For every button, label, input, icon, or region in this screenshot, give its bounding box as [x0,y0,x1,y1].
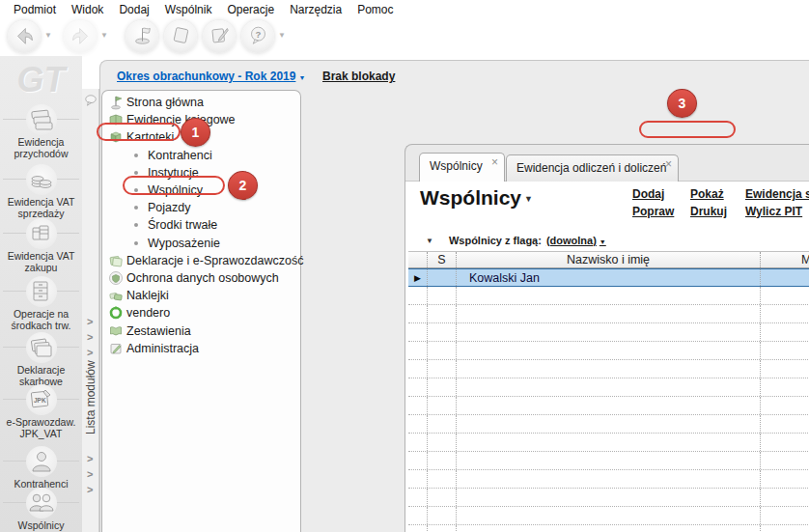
cabinet-icon [26,276,57,307]
table-row-empty[interactable] [408,287,809,305]
tree-item-vendero[interactable]: vendero [102,304,300,322]
signature-button[interactable] [203,20,236,53]
tree-item-administracja[interactable]: Administracja [102,340,300,357]
chevron-right-icon[interactable]: > [87,454,93,464]
cell-name [457,342,761,359]
tree-item-wspolnicy[interactable]: Wspólnicy [102,182,300,199]
chevron-right-icon[interactable]: > [87,317,93,327]
table-row-empty[interactable] [408,525,809,532]
chevron-down-icon: ▼ [600,238,606,245]
sidebar-module-wspolnicy[interactable]: Wspólnicy [0,488,82,531]
menu-item-podmiot[interactable]: Podmiot [8,1,62,18]
chevron-down-icon[interactable]: ▼ [44,31,52,40]
close-icon[interactable]: × [491,155,498,169]
tree-item-naklejki[interactable]: Naklejki [102,287,300,304]
sidebar-module-e-sprawozdaw-jpk-vat[interactable]: JPKe-Sprawozdaw. JPK_VAT [0,384,82,439]
chevron-down-icon[interactable]: ▼ [100,31,108,40]
table-row-empty[interactable] [408,470,809,489]
tree-item-label: Kartoteki [126,130,174,144]
cell-city [761,378,809,396]
cell-s [428,397,457,414]
column-header-marker[interactable] [408,252,428,267]
note-button[interactable] [164,20,197,53]
column-header-s[interactable]: S [428,252,457,267]
menu-item-narzedzia[interactable]: Narzędzia [284,1,348,18]
tree-item-deklaracje-i-e-sprawozdawczosc[interactable]: Deklaracje i e-Sprawozdawczość [102,252,300,269]
tree-item-srodki-trwale[interactable]: Środki trwałe [102,216,300,234]
cell-s [428,470,457,488]
cell-s [428,305,457,322]
close-icon[interactable]: × [665,157,672,171]
tree-item-kontrahenci[interactable]: Kontrahenci [102,147,300,164]
cell-s [428,378,457,396]
tree-item-label: Zestawienia [126,324,191,338]
menu-bar: PodmiotWidokDodajWspólnikOperacjeNarzędz… [0,0,809,18]
action-link-ewidencja-skladek[interactable]: Ewidencja składek [745,185,809,203]
tab-ewidencja-odliczen-i-doliczen[interactable]: Ewidencja odliczeń i doliczeń× [506,154,679,182]
action-link-drukuj[interactable]: Drukuj [690,203,727,220]
doc-stack-icon [26,332,57,363]
menu-item-widok[interactable]: Widok [66,1,109,18]
sidebar-module-label: e-Sprawozdaw. JPK_VAT [0,416,82,439]
row-marker [408,397,428,414]
chevron-right-icon[interactable]: > [87,485,93,495]
tab-wspolnicy[interactable]: Wspólnicy× [419,153,505,182]
action-link-popraw[interactable]: Popraw [632,203,674,220]
column-header-nazwisko-i-imie[interactable]: Nazwisko i imię [457,252,761,267]
table-row-empty[interactable] [408,507,809,525]
accounting-period-link[interactable]: Okres obrachunkowy - Rok 2019▼ [117,70,305,83]
cell-city [761,489,809,506]
cell-s [428,452,457,469]
row-marker [408,415,428,433]
flag-icon [108,95,124,110]
filter-value-link[interactable]: (dowolna)▼ [546,235,606,246]
sidebar-module-ewidencja-vat-sprzedazy[interactable]: Ewidencja VAT sprzedaży [0,164,82,219]
lock-status-link[interactable]: Brak blokady [322,70,395,83]
back-arrow-button[interactable] [8,20,41,53]
table-row[interactable]: ▶Kowalski Jan [408,268,809,287]
table-row-empty[interactable] [408,360,809,378]
table-row-empty[interactable] [408,342,809,360]
flag-pin-button[interactable] [126,20,158,53]
sidebar-module-kontrahenci[interactable]: Kontrahenci [0,446,82,490]
sidebar-module-ewidencja-przychodow[interactable]: Ewidencja przychodów [0,104,82,159]
table-row-empty[interactable] [408,434,809,452]
action-link-dodaj[interactable]: Dodaj [632,185,674,203]
tree-item-ochrona-danych-osobowych[interactable]: Ochrona danych osobowych [102,269,300,287]
sidebar-module-operacje-na-srodkach-trw[interactable]: Operacje na środkach trw. [0,276,82,331]
assistant-balloon-icon[interactable] [84,94,98,107]
table-row-empty[interactable] [408,305,809,323]
table-row-empty[interactable] [408,323,809,342]
table-row-empty[interactable] [408,397,809,415]
sidebar-module-ewidencja-vat-zakupu[interactable]: Ewidencja VAT zakupu [0,218,82,273]
tree-item-pojazdy[interactable]: Pojazdy [102,199,300,216]
tree-item-zestawienia[interactable]: Zestawienia [102,322,300,340]
tree-item-ewidencje-ksiegowe[interactable]: Ewidencje księgowe [102,111,300,128]
tree-item-instytucje[interactable]: Instytucje [102,164,300,182]
tree-item-wyposazenie[interactable]: Wyposażenie [102,235,300,252]
tree-item-label: Kontrahenci [148,149,212,162]
chevron-right-icon[interactable]: > [87,332,93,343]
tree-item-kartoteki[interactable]: Kartoteki [102,128,300,146]
sidebar-module-deklaracje-skarbowe[interactable]: Deklaracje skarbowe [0,332,82,387]
table-row-empty[interactable] [408,378,809,397]
table-row-empty[interactable] [408,452,809,470]
filter-toggle-icon[interactable]: ▼ [426,237,433,245]
page-title[interactable]: Wspólnicy▼ [420,186,533,210]
action-link-wylicz-pit[interactable]: Wylicz PIT [745,203,809,220]
menu-item-pomoc[interactable]: Pomoc [351,1,399,18]
table-row-empty[interactable] [408,415,809,434]
cell-name [457,323,761,341]
menu-item-dodaj[interactable]: Dodaj [113,1,154,18]
chevron-right-icon[interactable]: > [87,469,93,480]
action-link-pokaz[interactable]: Pokaż [690,185,727,203]
table-row-empty[interactable] [408,489,809,507]
column-header-miejscowosc[interactable]: Miejscowość [761,252,809,267]
help-bubble-button[interactable]: ? [241,20,274,53]
toolbar: ▼▼?▼ [0,18,809,56]
menu-item-operacje[interactable]: Operacje [221,1,280,18]
cell-city [761,415,809,433]
chevron-down-icon[interactable]: ▼ [278,31,286,40]
tree-item-strona-glowna[interactable]: Strona główna [102,94,300,111]
menu-item-wspolnik[interactable]: Wspólnik [159,1,218,18]
